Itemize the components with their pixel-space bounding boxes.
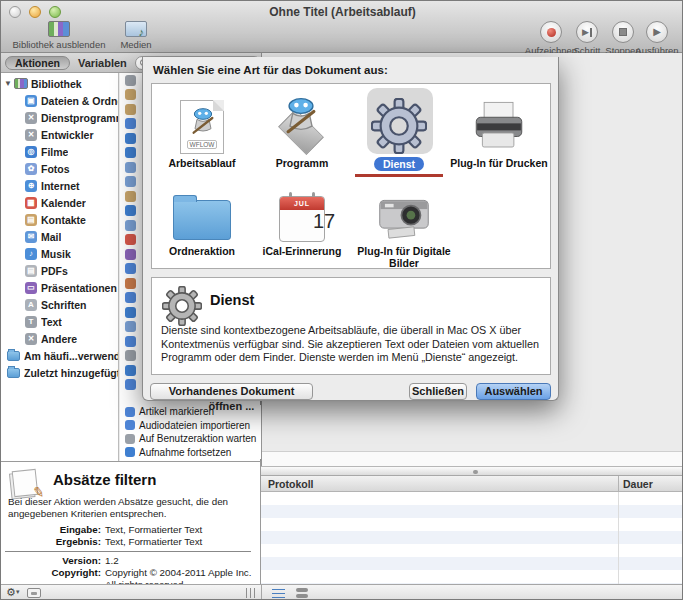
canvas-footer-bar [262,451,683,466]
annotation-underline [355,174,443,177]
service-gear-icon [371,98,427,154]
action-row[interactable]: Audiodateien importieren [120,419,261,433]
action-icon [125,118,136,129]
sidebar-item[interactable]: ♪ Musik [1,245,118,262]
action-icon [125,75,136,86]
action-icon [125,434,135,444]
category-icon: ✉ [25,231,37,243]
type-dienst-selected[interactable]: Dienst [349,92,449,177]
category-icon: ✕ [25,129,37,141]
sidebar-item[interactable]: A Schriften [1,296,118,313]
choose-button[interactable]: Auswählen [476,383,551,400]
sidebar-item[interactable]: ✕ Andere [1,330,118,347]
sidebar-item[interactable]: ✕ Entwickler [1,126,118,143]
type-programm[interactable]: Programm [252,92,352,169]
action-icon [125,234,136,245]
action-icon [125,336,136,347]
category-icon: ✕ [25,333,37,345]
action-icon [125,292,136,303]
action-icon [125,133,136,144]
sidebar-smart-folder-list: Am häufi...verwendet Zuletzt hinzugefügt [1,347,118,381]
action-icon [125,379,136,390]
library-icon [14,78,28,89]
log-column-protokoll[interactable]: Protokoll [268,478,314,490]
category-icon: ▤ [25,265,37,277]
action-icon [125,263,136,274]
smart-folder-icon [7,351,20,361]
info-field-row: Copyright: Copyright © 2004-2011 Apple I… [1,567,255,584]
close-sheet-button[interactable]: Schließen [409,383,467,400]
action-icon [125,89,136,100]
tab-aktionen[interactable]: Aktionen [5,56,70,70]
sidebar-item[interactable]: ▦ Kalender [1,194,118,211]
action-row[interactable]: Auf Benutzeraktion warten [120,432,261,446]
tab-variablen[interactable]: Variablen [78,57,127,69]
sidebar-item[interactable]: ⊕ Internet [1,177,118,194]
type-ordneraktion[interactable]: Ordneraktion [152,180,252,257]
sidebar-item[interactable]: ▤ Kontakte [1,211,118,228]
category-icon: ▣ [25,95,37,107]
sidebar-smart-folder[interactable]: Zuletzt hinzugefügt [1,364,118,381]
log-table-body[interactable] [261,492,683,584]
category-icon: ▭ [25,282,37,294]
run-icon: ▶ [646,21,668,43]
action-menu-button[interactable]: ⚙▾ [6,586,19,599]
type-ical-erinnerung[interactable]: JUL 17 iCal-Erinnerung [252,180,352,257]
sidebar-item[interactable]: T Text [1,313,118,330]
sidebar-item[interactable]: ✕ Dienstprogramme [1,109,118,126]
log-column-dauer[interactable]: Dauer [623,478,653,490]
right-bottom-bar [261,584,683,600]
action-icon [125,321,136,332]
list-view-icon[interactable] [272,589,285,598]
application-robot-icon [257,92,347,154]
step-button[interactable]: ▶ Schritt [568,21,606,56]
info-field-row: Eingabe: Text, Formatierter Text [1,524,255,536]
sidebar-item[interactable]: ✿ Fotos [1,160,118,177]
folder-icon [173,200,231,240]
document-type-sheet: Wählen Sie eine Art für das Dokument aus… [142,57,559,401]
sidebar-item[interactable]: ▭ Präsentationen [1,279,118,296]
action-row[interactable]: Aufnahme fortsetzen [120,446,261,460]
type-plugin-drucken[interactable]: Plug-In für Drucken [449,92,549,169]
sidebar-item[interactable]: ▤ PDFs [1,262,118,279]
stop-icon [612,21,634,43]
sidebar-smart-folder[interactable]: Am häufi...verwendet [1,347,118,364]
description-heading: Dienst [210,292,254,308]
automator-window: Ohne Titel (Arbeitsablauf) Bibliothek au… [0,0,683,600]
sidebar-item-bibliothek[interactable]: ▼ Bibliothek [1,75,118,92]
log-splitter[interactable] [261,466,683,476]
action-icon [125,249,136,260]
hide-library-button[interactable]: Bibliothek ausblenden [7,21,111,50]
camera-icon [376,190,432,242]
toggle-info-panel-button[interactable] [27,588,41,598]
category-icon: A [25,299,37,311]
type-plugin-digitale-bilder[interactable]: Plug-In für Digitale Bilder [349,180,459,269]
category-icon: ◎ [25,146,37,158]
log-column-divider [618,476,619,492]
run-button[interactable]: ▶ Ausführen [633,21,681,56]
document-type-grid: WFLOW Arbeitsablauf [151,83,551,269]
action-icon [125,191,136,202]
resize-grip-icon[interactable] [246,588,256,598]
disclosure-triangle-icon[interactable]: ▼ [4,79,12,88]
printer-icon [471,98,527,154]
action-icon [125,365,136,376]
workflow-document-icon: WFLOW [180,100,224,154]
sheet-title: Wählen Sie eine Art für das Dokument aus… [153,64,388,76]
sidebar-item[interactable]: ✉ Mail [1,228,118,245]
action-icon [125,220,136,231]
media-button[interactable]: Medien [111,21,161,50]
action-icon [125,104,136,115]
category-icon: ⊕ [25,180,37,192]
type-arbeitsablauf[interactable]: WFLOW Arbeitsablauf [152,92,252,169]
open-existing-document-button[interactable]: Vorhandenes Dokument öffnen ... [150,383,313,400]
category-icon: ▤ [25,214,37,226]
robot-icon [187,105,219,139]
sidebar-item[interactable]: ◎ Filme [1,143,118,160]
category-icon: ✿ [25,163,37,175]
splitter-handle-icon [473,470,478,474]
sidebar-item[interactable]: ▣ Dateien & Ordner [1,92,118,109]
action-icon [125,407,135,417]
category-icon: T [25,316,37,328]
stack-view-icon[interactable] [296,588,308,598]
